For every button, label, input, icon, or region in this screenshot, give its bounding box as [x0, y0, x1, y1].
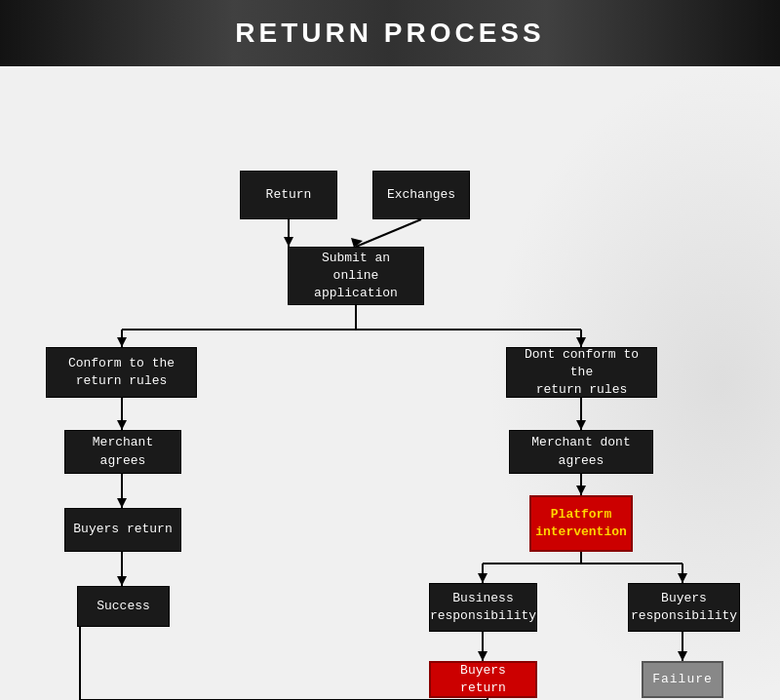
- buyers-return-left-box: Buyers return: [64, 508, 181, 552]
- svg-marker-35: [678, 651, 687, 661]
- business-resp-box: Business responsibility: [429, 583, 537, 632]
- svg-line-2: [356, 219, 421, 247]
- buyers-return-red-box: Buyers return: [429, 661, 537, 698]
- svg-marker-31: [678, 573, 687, 583]
- merchant-agrees-box: Merchant agrees: [64, 430, 181, 474]
- svg-marker-28: [478, 573, 488, 583]
- success-box: Success: [77, 586, 170, 627]
- page-title: RETURN PROCESS: [235, 18, 544, 49]
- return-box: Return: [240, 171, 337, 219]
- svg-marker-7: [117, 337, 127, 347]
- buyers-resp-box: Buyers responsibility: [628, 583, 740, 632]
- merchant-dont-box: Merchant dont agrees: [509, 430, 653, 474]
- platform-intervention-box: Platform intervention: [529, 495, 633, 552]
- header: RETURN PROCESS: [0, 0, 780, 66]
- exchanges-box: Exchanges: [372, 171, 470, 219]
- submit-box: Submit an online application: [288, 247, 424, 305]
- conform-box: Conform to the return rules: [46, 347, 197, 398]
- svg-marker-16: [117, 576, 127, 586]
- svg-marker-33: [478, 651, 488, 661]
- svg-marker-1: [284, 237, 293, 247]
- svg-marker-12: [117, 420, 127, 430]
- svg-marker-22: [576, 420, 586, 430]
- svg-marker-24: [576, 486, 586, 495]
- dont-conform-box: Dont conform to the return rules: [506, 347, 657, 398]
- flowchart-area: Return Exchanges Submit an online applic…: [0, 66, 780, 700]
- svg-marker-14: [117, 498, 127, 508]
- failure-box: Failure: [642, 661, 723, 698]
